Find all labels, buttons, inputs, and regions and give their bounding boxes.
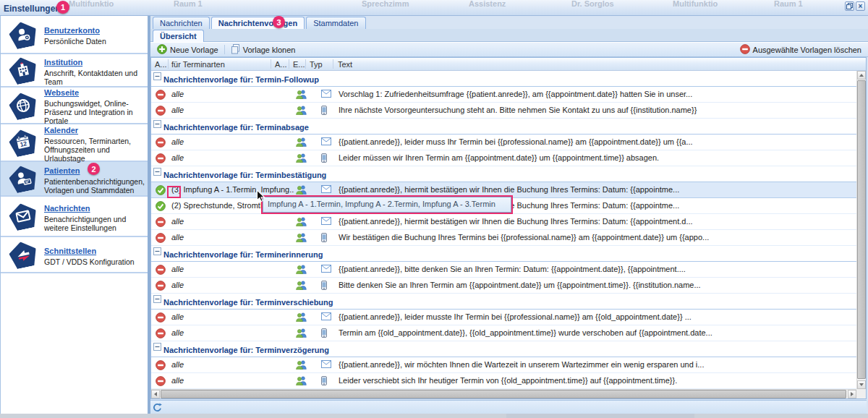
- email-icon: [321, 217, 331, 226]
- delete-selected-templates-button[interactable]: Ausgewählte Vorlagen löschen: [737, 43, 864, 56]
- collapse-group-icon[interactable]: [153, 341, 161, 354]
- sidebar-item-schnittstellen[interactable]: SchnittstellenGDT / VDDS Konfiguration: [1, 237, 148, 273]
- status-enabled-icon[interactable]: [156, 185, 166, 197]
- vertical-scroll-thumb[interactable]: [857, 80, 866, 379]
- grid-body: Nachrichtenvorlage für: Termin-Followupa…: [151, 71, 856, 389]
- collapse-group-icon[interactable]: [153, 293, 161, 306]
- sidebar-item-subtitle: Anschrift, Kontaktdaten und Team: [44, 69, 144, 86]
- calendar-icon: 12: [7, 129, 39, 155]
- status-disabled-icon[interactable]: [156, 153, 166, 165]
- column-header[interactable]: für Terminarten: [171, 60, 225, 69]
- email-icon: [321, 185, 331, 195]
- terminarten-cell: alle: [171, 312, 294, 321]
- terminarten-cell: alle: [171, 217, 294, 226]
- column-header[interactable]: Text: [338, 60, 352, 69]
- sidebar-item-kalender[interactable]: 12KalenderRessourcen, Terminarten, Öffnu…: [1, 124, 148, 162]
- status-disabled-icon[interactable]: [156, 360, 166, 372]
- new-template-button[interactable]: Neue Vorlage: [154, 43, 221, 56]
- column-header[interactable]: A...: [155, 60, 167, 69]
- clone-template-button[interactable]: Vorlage klonen: [228, 43, 299, 56]
- status-disabled-icon[interactable]: [156, 233, 166, 244]
- horizontal-scrollbar[interactable]: [151, 389, 856, 398]
- sidebar-item-patienten[interactable]: PatientenPatientenbenachrichtigungen, Vo…: [1, 162, 148, 197]
- tab-nachrichtenvorlagen[interactable]: Nachrichtenvorlagen: [211, 17, 305, 29]
- main-tab-bar: NachrichtenNachrichtenvorlagenStammdaten: [150, 16, 868, 29]
- group-header-row: Nachrichtenvorlage für: Termin-Followup: [151, 71, 856, 87]
- recipients-icon: [296, 376, 307, 387]
- scroll-left-icon[interactable]: [151, 390, 160, 398]
- sidebar-item-benutzerkonto[interactable]: BenutzerkontoPersönliche Daten: [1, 16, 148, 54]
- status-disabled-icon[interactable]: [156, 137, 166, 149]
- column-separator[interactable]: [168, 59, 169, 69]
- column-header[interactable]: E...: [293, 60, 305, 69]
- sidebar-item-subtitle: Ressourcen, Terminarten, Öffnungszeiten …: [44, 137, 144, 163]
- sidebar-item-nachrichten[interactable]: NachrichtenBenachrichtigungen und weiter…: [1, 197, 148, 237]
- status-disabled-icon[interactable]: [156, 106, 166, 117]
- tab-übersicht[interactable]: Übersicht: [153, 30, 204, 42]
- template-row[interactable]: alle{{patient.anrede}}, hiermit bestätig…: [151, 214, 856, 230]
- template-row[interactable]: alle{{patient.anrede}}, leider muss Ihr …: [151, 135, 856, 150]
- sidebar-item-title[interactable]: Patienten: [44, 166, 80, 175]
- group-header-row: Nachrichtenvorlage für: Terminverschiebu…: [151, 294, 856, 310]
- scroll-down-icon[interactable]: [857, 380, 866, 389]
- mouse-cursor-icon: [256, 189, 265, 206]
- collapse-group-icon[interactable]: [153, 166, 161, 179]
- template-text-cell: Leider verschiebt sich Ihr heutiger Term…: [339, 376, 854, 385]
- background-column-label: Assistenz: [469, 0, 506, 8]
- background-column-label: Sprechzimm: [362, 0, 409, 8]
- sidebar-item-title[interactable]: Institution: [44, 58, 82, 67]
- sidebar-item-title[interactable]: Kalender: [44, 126, 78, 135]
- close-window-icon[interactable]: ×: [856, 1, 865, 11]
- scroll-up-icon[interactable]: [857, 71, 866, 80]
- status-disabled-icon[interactable]: [156, 328, 166, 340]
- email-icon: [321, 312, 331, 322]
- template-row[interactable]: alleTermin am {{old_appointment.date}}, …: [151, 325, 856, 341]
- template-text-cell: Termin am {{old_appointment.date}}, {{ol…: [339, 328, 854, 337]
- restore-window-icon[interactable]: [845, 1, 854, 11]
- background-column-label: Raum 1: [774, 0, 803, 8]
- status-disabled-icon[interactable]: [156, 265, 166, 276]
- template-row[interactable]: alleIhre nächste Vorsorgeuntersuchung st…: [151, 103, 856, 119]
- column-separator[interactable]: [289, 59, 289, 69]
- sidebar-item-institution[interactable]: InstitutionAnschrift, Kontaktdaten und T…: [1, 54, 148, 88]
- template-row[interactable]: alleVorschlag 1: Zufriedenheitsumfrage {…: [151, 87, 856, 103]
- status-disabled-icon[interactable]: [156, 376, 166, 388]
- globe-icon: [7, 93, 39, 119]
- collapse-group-icon[interactable]: [153, 118, 161, 131]
- sidebar-item-title[interactable]: Benutzerkonto: [44, 26, 100, 35]
- vertical-scrollbar[interactable]: [856, 71, 866, 389]
- terminarten-cell: alle: [171, 265, 294, 273]
- status-disabled-icon[interactable]: [156, 281, 166, 292]
- template-row[interactable]: alle{{patient.anrede}}, wir möchten Ihne…: [151, 357, 856, 373]
- refresh-icon[interactable]: [153, 403, 162, 412]
- template-row[interactable]: alle{{patient.anrede}}, bitte denken Sie…: [151, 262, 856, 278]
- recipients-icon: [296, 233, 307, 244]
- template-row[interactable]: alle{{patient.anrede}}, leider musste Ih…: [151, 310, 856, 325]
- column-separator[interactable]: [305, 59, 306, 69]
- sub-tab-bar: Übersicht: [150, 29, 868, 42]
- sidebar-item-webseite[interactable]: WebseiteBuchungswidget, Online-Präsenz u…: [1, 88, 148, 124]
- column-separator[interactable]: [271, 59, 271, 69]
- status-disabled-icon[interactable]: [156, 312, 166, 324]
- column-header[interactable]: Typ: [310, 60, 323, 69]
- status-enabled-icon[interactable]: [156, 201, 166, 213]
- column-header[interactable]: A...: [275, 60, 287, 69]
- column-separator[interactable]: [333, 59, 333, 69]
- sidebar-item-title[interactable]: Webseite: [44, 88, 79, 97]
- scroll-right-icon[interactable]: [848, 390, 856, 398]
- window-controls: ×: [845, 1, 865, 11]
- collapse-group-icon[interactable]: [153, 245, 161, 258]
- horizontal-scroll-thumb[interactable]: [161, 390, 846, 398]
- template-row[interactable]: alleWir bestätigen die Buchung Ihres Ter…: [151, 230, 856, 246]
- settings-window: MultifunktioRaum 1SprechzimmAssistenzDr.…: [0, 0, 868, 418]
- tab-nachrichten[interactable]: Nachrichten: [153, 17, 210, 29]
- sidebar-item-title[interactable]: Schnittstellen: [44, 247, 96, 255]
- status-disabled-icon[interactable]: [156, 217, 166, 229]
- status-disabled-icon[interactable]: [156, 90, 166, 101]
- template-row[interactable]: alleLeider verschiebt sich Ihr heutiger …: [151, 373, 856, 389]
- tab-stammdaten[interactable]: Stammdaten: [306, 17, 365, 29]
- template-row[interactable]: alleLeider müssen wir Ihren Termin am {{…: [151, 150, 856, 166]
- template-row[interactable]: alleBitte denken Sie an Ihren Termin am …: [151, 278, 856, 294]
- sidebar-item-title[interactable]: Nachrichten: [44, 204, 90, 213]
- collapse-group-icon[interactable]: [153, 71, 161, 83]
